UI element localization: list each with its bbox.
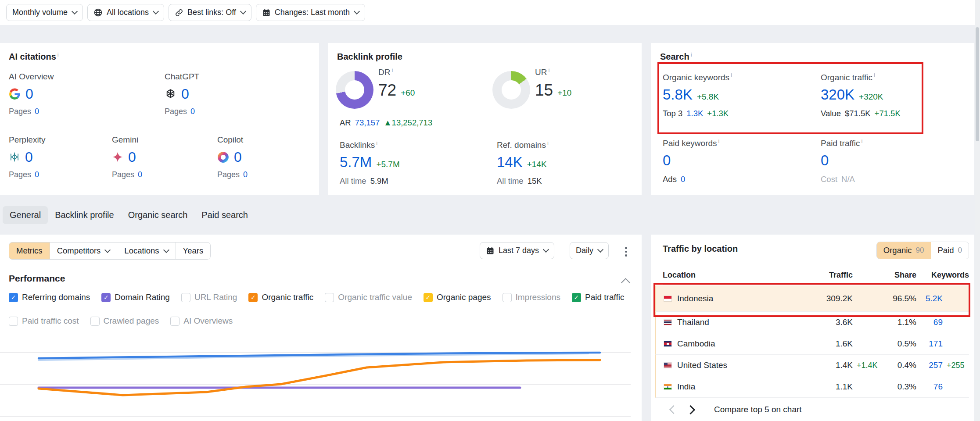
metric-toggle-label: Impressions [516,293,560,302]
engine-citations-value[interactable]: 0 [181,86,189,102]
traffic-value: 3.6K [804,318,853,327]
filter-label: Best links: Off [187,8,236,17]
tab-paid-search[interactable]: Paid search [194,206,255,224]
location-row-thailand[interactable]: Thailand3.6K1.1%69 [655,312,969,333]
filter-monthly-volume[interactable]: Monthly volume [6,4,83,21]
pages-value[interactable]: 0 [243,170,248,179]
keywords-link[interactable]: 171 [916,339,943,349]
engine-citations-value[interactable]: 0 [25,149,33,165]
pages-value[interactable]: 0 [138,170,142,179]
share-value: 1.1% [881,318,916,327]
filter-label: Monthly volume [12,8,68,17]
engine-perplexity: Perplexity0Pages0 [9,135,108,179]
metric-toggle-referring-domains[interactable]: ✓Referring domains [9,293,90,302]
traffic-value: 1.4K [804,360,853,370]
collapse-chevron-icon[interactable] [621,278,630,287]
top3-label: Top 3 [663,109,682,118]
metric-toggle-organic-pages[interactable]: ✓Organic pages [424,293,491,302]
keywords-link[interactable]: 69 [916,318,943,327]
engine-citations-value[interactable]: 0 [128,149,136,165]
ai-citations-title: AI citationsi [9,52,59,62]
location-row-cambodia[interactable]: Cambodia1.6K0.5%171 [655,333,969,355]
next-page-icon[interactable] [686,405,695,414]
metric-toggle-crawled-pages[interactable]: Crawled pages [90,316,159,326]
segment-competitors[interactable]: Competitors [50,242,118,260]
metric-toggle-organic-traffic[interactable]: ✓Organic traffic [248,293,313,302]
engine-pages: Pages0 [9,170,108,179]
tab-backlink-profile[interactable]: Backlink profile [48,206,121,224]
col-keywords: Keywords [916,271,969,280]
engine-citations-value[interactable]: 0 [25,86,33,102]
pages-label: Pages [9,107,31,116]
dashboard-screen: Monthly volumeAll locationsBest links: O… [0,0,980,421]
pages-value[interactable]: 0 [35,170,39,179]
metric-toggles-row-2: Paid traffic costCrawled pagesAI Overvie… [9,316,233,326]
chart-segments: MetricsCompetitorsLocationsYears [9,242,211,260]
ads-value[interactable]: 0 [681,175,685,184]
segment-years[interactable]: Years [176,242,211,260]
ref-domains-value[interactable]: 14K [497,154,523,171]
toggle-paid[interactable]: Paid0 [931,242,969,259]
pages-value[interactable]: 0 [35,107,39,116]
perplexity-icon [9,151,20,163]
info-icon: i [391,67,393,73]
pages-value[interactable]: 0 [190,107,195,116]
prev-page-icon[interactable] [669,405,678,414]
metric-toggle-ai-overviews[interactable]: AI Overviews [170,316,233,326]
top3-value[interactable]: 1.3K [686,109,703,118]
keywords-link[interactable]: 5.2K [916,294,943,303]
compare-top5-button[interactable]: Compare top 5 on chart [714,405,802,414]
backlinks-value[interactable]: 5.7M [340,154,372,171]
metric-toggle-impressions[interactable]: Impressions [503,293,560,302]
chatgpt-icon [165,88,176,100]
info-icon: i [691,51,692,58]
location-row-united-states[interactable]: United States1.4K+1.4K0.4%257+255 [655,355,969,376]
metric-toggle-paid-traffic[interactable]: ✓Paid traffic [572,293,624,302]
toggle-label: Paid [938,246,954,255]
metric-toggle-paid-traffic-cost[interactable]: Paid traffic cost [9,316,79,326]
metric-toggle-domain-rating[interactable]: ✓Domain Rating [101,293,170,302]
location-cell: Indonesia [664,294,804,303]
granularity-selector[interactable]: Daily [570,242,609,259]
ur-label: UR [535,68,547,77]
series-organic-traffic [39,360,600,395]
engine-pages: Pages0 [165,107,263,116]
paid-keywords-value[interactable]: 0 [663,152,671,169]
engine-value-row: 0 [217,150,316,164]
ai-citations-card: AI citationsi AI Overview0Pages0ChatGPT0… [0,43,319,195]
traffic-value: 309.2K [804,294,853,303]
engine-citations-value[interactable]: 0 [234,149,242,165]
metric-toggle-organic-traffic-value[interactable]: Organic traffic value [325,293,412,302]
ur-delta: +10 [557,88,571,98]
col-share: Share [881,271,916,280]
info-icon: i [548,67,549,73]
keywords-delta: +255 [943,361,969,370]
filter-changes-last-month[interactable]: Changes: Last month [256,4,365,21]
filter-best-links-off[interactable]: Best links: Off [169,4,251,21]
keywords-link[interactable]: 257 [916,360,943,370]
location-name: United States [677,360,727,370]
organic-keywords-value[interactable]: 5.8K [663,86,693,103]
organic-traffic-label: Organic traffic [821,73,872,82]
alltime-label: All time [497,176,524,186]
tab-general[interactable]: General [3,206,48,224]
location-row-india[interactable]: India1.1K0.3%76 [655,376,969,398]
tab-organic-search[interactable]: Organic search [121,206,195,224]
organic-traffic-value[interactable]: 320K [821,86,854,103]
metric-toggle-url-rating[interactable]: URL Rating [181,293,237,302]
backlink-profile-card: Backlink profile DRi 72 +60 URi 15 +10 A… [328,43,642,195]
date-range-selector[interactable]: Last 7 days [480,242,554,259]
scrollbar-thumb[interactable] [976,27,979,141]
toggle-organic[interactable]: Organic90 [877,242,931,259]
kebab-menu-icon[interactable] [624,246,628,257]
keywords-link[interactable]: 76 [916,382,943,392]
segment-locations[interactable]: Locations [117,242,176,260]
engine-name: Perplexity [9,135,108,145]
search-title: Searchi [660,52,692,62]
col-traffic: Traffic [804,271,853,280]
paid-traffic-value[interactable]: 0 [821,152,829,169]
location-row-indonesia[interactable]: Indonesia309.2K96.5%5.2K [655,285,969,312]
filter-all-locations[interactable]: All locations [87,4,164,21]
segment-metrics[interactable]: Metrics [9,242,50,260]
ar-value[interactable]: 73,157 [355,118,380,128]
